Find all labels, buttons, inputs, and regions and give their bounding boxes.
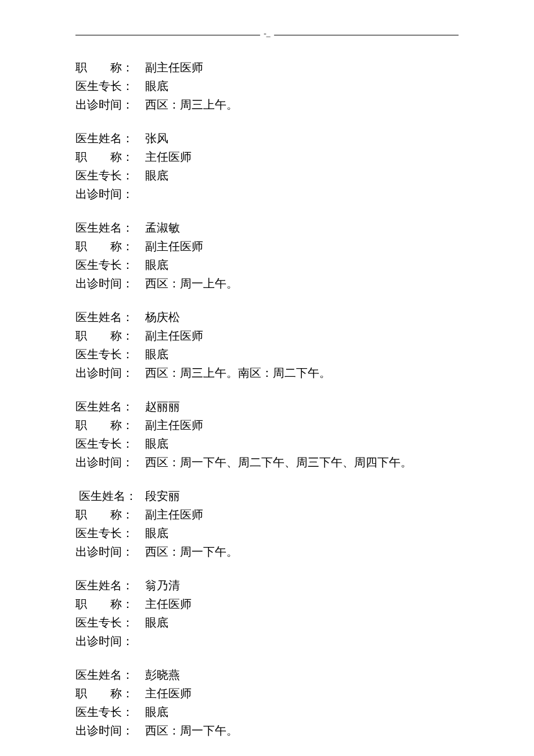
value-schedule: 西区：周一下午。 — [145, 543, 459, 560]
row-specialty: 医生专长：眼底 — [75, 256, 459, 273]
row-name: 医生姓名：彭晓燕 — [75, 666, 459, 683]
row-schedule: 出诊时间：西区：周一下午。 — [75, 543, 459, 560]
row-specialty: 医生专长：眼底 — [75, 435, 459, 452]
label-specialty: 医生专长： — [75, 614, 145, 631]
label-specialty: 医生专长： — [75, 524, 145, 542]
label-schedule: 出诊时间： — [75, 185, 145, 203]
row-name: 医生姓名：孟淑敏 — [75, 219, 459, 236]
value-title: 副主任医师 — [145, 416, 459, 434]
header-mark: -_ — [260, 27, 274, 39]
value-specialty: 眼底 — [145, 524, 459, 542]
label-specialty: 医生专长： — [75, 703, 145, 721]
label-title: 职 称： — [75, 237, 145, 255]
row-specialty: 医生专长： 眼底 — [75, 77, 459, 95]
value-schedule: 西区：周一下午。 — [145, 722, 459, 739]
doctor-block: 医生姓名：段安丽职 称：副主任医师医生专长：眼底出诊时间：西区：周一下午。 — [75, 487, 459, 560]
row-specialty: 医生专长：眼底 — [75, 345, 459, 363]
doctor-block: 医生姓名：张风职 称：主任医师医生专长：眼底出诊时间： — [75, 129, 459, 203]
value-title: 主任医师 — [145, 148, 459, 165]
label-name: 医生姓名： — [75, 129, 145, 147]
value-schedule: 西区：周三上午。 — [145, 96, 459, 113]
row-title: 职 称：主任医师 — [75, 148, 459, 165]
label-schedule: 出诊时间： — [75, 722, 145, 739]
label-schedule: 出诊时间： — [75, 96, 145, 113]
label-title: 职 称： — [75, 685, 145, 702]
label-specialty: 医生专长： — [75, 77, 145, 95]
label-schedule: 出诊时间： — [75, 632, 145, 650]
row-title: 职 称：副主任医师 — [75, 237, 459, 255]
value-title: 副主任医师 — [145, 506, 459, 523]
row-specialty: 医生专长：眼底 — [75, 524, 459, 542]
label-name: 医生姓名： — [75, 308, 145, 326]
label-title: 职 称： — [75, 148, 145, 165]
row-schedule: 出诊时间： — [75, 632, 459, 650]
row-schedule: 出诊时间：西区：周一下午、周二下午、周三下午、周四下午。 — [75, 453, 459, 471]
row-schedule: 出诊时间：西区：周一下午。 — [75, 722, 459, 739]
value-schedule: 西区：周一下午、周二下午、周三下午、周四下午。 — [145, 453, 459, 471]
doctor-partial-block: 职 称： 副主任医师 医生专长： 眼底 出诊时间： 西区：周三上午。 — [75, 59, 459, 113]
value-schedule: 西区：周一上午。 — [145, 275, 459, 292]
row-title: 职 称：主任医师 — [75, 595, 459, 613]
value-name: 张风 — [145, 129, 459, 147]
label-schedule: 出诊时间： — [75, 543, 145, 560]
label-name: 医生姓名： — [79, 487, 145, 505]
value-schedule: 西区：周三上午。南区：周二下午。 — [145, 364, 459, 381]
row-schedule: 出诊时间： 西区：周三上午。 — [75, 96, 459, 113]
value-name: 杨庆松 — [145, 308, 459, 326]
value-schedule — [145, 632, 459, 650]
row-schedule: 出诊时间： — [75, 185, 459, 203]
value-specialty: 眼底 — [145, 614, 459, 631]
label-specialty: 医生专长： — [75, 167, 145, 184]
row-schedule: 出诊时间：西区：周三上午。南区：周二下午。 — [75, 364, 459, 381]
row-specialty: 医生专长：眼底 — [75, 167, 459, 184]
row-title: 职 称：副主任医师 — [75, 416, 459, 434]
value-name: 彭晓燕 — [145, 666, 459, 683]
label-title: 职 称： — [75, 595, 145, 613]
label-specialty: 医生专长： — [75, 435, 145, 452]
row-specialty: 医生专长：眼底 — [75, 703, 459, 721]
row-name: 医生姓名：杨庆松 — [75, 308, 459, 326]
doctor-block: 医生姓名：杨庆松职 称：副主任医师医生专长：眼底出诊时间：西区：周三上午。南区：… — [75, 308, 459, 381]
label-name: 医生姓名： — [75, 666, 145, 683]
value-name: 翁乃清 — [145, 577, 459, 594]
row-title: 职 称：主任医师 — [75, 685, 459, 702]
label-name: 医生姓名： — [75, 219, 145, 236]
row-title: 职 称：副主任医师 — [75, 506, 459, 523]
label-specialty: 医生专长： — [75, 345, 145, 363]
label-schedule: 出诊时间： — [75, 453, 145, 471]
label-schedule: 出诊时间： — [75, 275, 145, 292]
doctor-block: 医生姓名：翁乃清职 称：主任医师医生专长：眼底出诊时间： — [75, 577, 459, 650]
row-title: 职 称：副主任医师 — [75, 327, 459, 344]
value-specialty: 眼底 — [145, 167, 459, 184]
value-specialty: 眼底 — [145, 77, 459, 95]
label-title: 职 称： — [75, 416, 145, 434]
value-specialty: 眼底 — [145, 345, 459, 363]
row-specialty: 医生专长：眼底 — [75, 614, 459, 631]
row-schedule: 出诊时间：西区：周一上午。 — [75, 275, 459, 292]
header-divider: -_ — [75, 35, 459, 35]
value-specialty: 眼底 — [145, 256, 459, 273]
label-name: 医生姓名： — [75, 577, 145, 594]
value-specialty: 眼底 — [145, 435, 459, 452]
label-title: 职 称： — [75, 506, 145, 523]
label-schedule: 出诊时间： — [75, 364, 145, 381]
value-specialty: 眼底 — [145, 703, 459, 721]
value-name: 段安丽 — [145, 487, 459, 505]
row-name: 医生姓名：张风 — [75, 129, 459, 147]
label-specialty: 医生专长： — [75, 256, 145, 273]
doctor-block: 医生姓名：赵丽丽职 称：副主任医师医生专长：眼底出诊时间：西区：周一下午、周二下… — [75, 398, 459, 471]
doctors-list: 医生姓名：张风职 称：主任医师医生专长：眼底出诊时间：医生姓名：孟淑敏职 称：副… — [75, 129, 459, 756]
row-name: 医生姓名：赵丽丽 — [75, 398, 459, 415]
doctor-block: 医生姓名：彭晓燕职 称：主任医师医生专长：眼底出诊时间：西区：周一下午。 — [75, 666, 459, 739]
label-title: 职 称： — [75, 327, 145, 344]
label-name: 医生姓名： — [75, 398, 145, 415]
value-title: 主任医师 — [145, 685, 459, 702]
value-name: 赵丽丽 — [145, 398, 459, 415]
row-title: 职 称： 副主任医师 — [75, 59, 459, 76]
label-title: 职 称： — [75, 59, 145, 76]
value-title: 副主任医师 — [145, 237, 459, 255]
value-title: 副主任医师 — [145, 59, 459, 76]
row-name: 医生姓名：翁乃清 — [75, 577, 459, 594]
value-title: 主任医师 — [145, 595, 459, 613]
value-name: 孟淑敏 — [145, 219, 459, 236]
